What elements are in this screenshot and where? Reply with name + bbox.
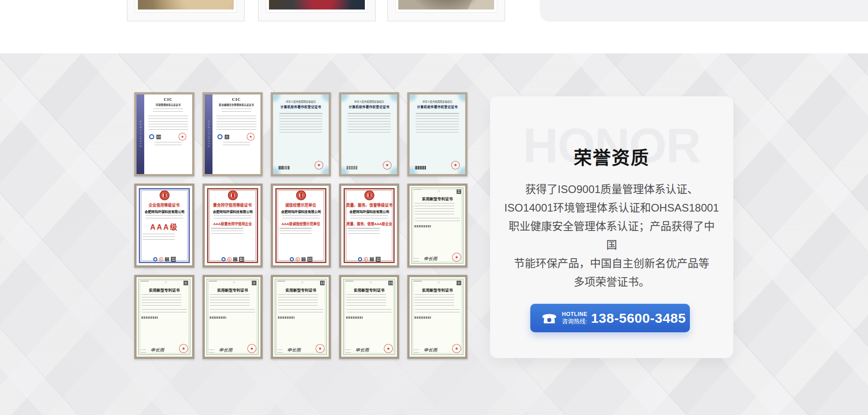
official-signature: 申长雨: [151, 346, 164, 353]
text-lines-decoration: [416, 113, 459, 135]
certificate-body: 企业信用等级证书 合肥珂玛环保科技有限公司 AAA级: [137, 186, 192, 265]
certificate-thumbnail[interactable]: 实用新型专利证书 申长雨: [134, 275, 194, 359]
barcode-icon: [346, 316, 363, 319]
text-lines-decoration: [211, 228, 243, 234]
certificate-header: [141, 281, 188, 286]
text-lines-decoration: [209, 349, 214, 353]
red-seal-icon: [452, 253, 461, 262]
gallery-card[interactable]: [258, 0, 376, 21]
description-line: ISO14001环境管理体系认证和OHSAS18001: [504, 198, 720, 217]
certificate-thumbnail[interactable]: 诚信经营示范单位 合肥珂玛环保科技有限公司 AAA级诚信经营示范单位: [271, 184, 331, 268]
barcode-icon: [278, 316, 294, 319]
red-seal-icon: [383, 161, 392, 170]
certificate-title: 计算机软件著作权登记证书: [281, 104, 321, 109]
qr-code-icon: [239, 257, 244, 262]
qr-code-icon: [184, 281, 188, 285]
certificate-paper: 实用新型专利证书 申长雨: [410, 277, 465, 357]
barcode-icon: [142, 316, 158, 319]
certificate-title: 职业健康安全管理体系认证证书: [219, 103, 254, 106]
red-seal-icon: [315, 161, 323, 170]
text-lines-decoration: [217, 116, 256, 131]
top-gallery-strip: [0, 0, 868, 53]
description-line: 多项荣誉证书。: [504, 273, 720, 291]
certificate-body: 重合同守信用等级证书 合肥珂玛环保科技有限公司 AAA级重合同守信用企业: [205, 186, 260, 265]
company-name: 合肥珂玛环保科技有限公司: [144, 209, 184, 213]
qr-code-icon: [165, 257, 169, 261]
cnipa-logo-icon: [302, 281, 304, 286]
red-seal-icon: [452, 344, 461, 353]
certificate-body: 中华人民共和国国家版权局 计算机软件著作权登记证书: [410, 94, 465, 174]
certificate-thumbnail[interactable]: 实用新型专利证书 申长雨: [203, 275, 263, 359]
company-name: 合肥珂玛环保科技有限公司: [349, 209, 389, 213]
certificate-title: 重合同守信用等级证书: [213, 202, 252, 208]
certificate-thumbnail[interactable]: 中华人民共和国国家版权局 计算机软件著作权登记证书: [339, 92, 399, 176]
cnipa-logo-icon: [370, 281, 372, 286]
text-lines-decoration: [350, 215, 388, 219]
certificate-thumbnail[interactable]: CERTIFICATE CIC 职业健康安全管理体系认证证书: [203, 92, 263, 176]
red-seal-icon: [296, 257, 300, 261]
certificate-title: 计算机软件著作权登记证书: [417, 104, 458, 109]
barcode-icon: [278, 166, 289, 170]
text-lines-decoration: [346, 294, 386, 308]
top-right-panel: [540, 0, 868, 22]
official-signature: 申长雨: [219, 346, 232, 353]
certificate-thumbnail[interactable]: 中华人民共和国国家版权局 计算机软件著作权登记证书: [407, 92, 467, 176]
text-lines-decoration: [223, 142, 250, 146]
certificate-paper: 实用新型专利证书 申长雨: [137, 277, 192, 357]
hotline-labels: HOTLINE 咨询热线:: [562, 311, 587, 325]
certificate-grid: CERTIFICATE CIC 环境管理体系认证证书: [134, 92, 467, 359]
text-lines-decoration: [279, 113, 322, 135]
certificate-body: 实用新型专利证书 申长雨: [341, 277, 397, 357]
text-lines-decoration: [277, 281, 285, 283]
certificate-header: [277, 281, 325, 286]
qr-code-icon: [457, 189, 461, 194]
barcode-icon: [415, 166, 426, 170]
red-seal-icon: [451, 161, 460, 170]
certificate-body: 实用新型专利证书 申长雨: [205, 277, 260, 357]
certificate-thumbnail[interactable]: 企业信用等级证书 合肥珂玛环保科技有限公司 AAA级: [134, 184, 194, 268]
qr-code-icon: [302, 257, 306, 261]
certificate-thumbnail[interactable]: 实用新型专利证书 申长雨: [271, 275, 331, 359]
text-lines-decoration: [347, 309, 392, 315]
red-seal-icon: [247, 133, 255, 141]
certificate-thumbnail[interactable]: 实用新型专利证书 申长雨: [407, 184, 467, 268]
text-lines-decoration: [214, 215, 251, 219]
qr-code-icon: [156, 135, 161, 139]
company-name: 合肥珂玛环保科技有限公司: [212, 209, 252, 213]
certificate-paper: 重合同守信用等级证书 合肥珂玛环保科技有限公司 AAA级重合同守信用企业: [205, 186, 260, 265]
certificate-header: [414, 281, 461, 286]
honor-section: CERTIFICATE CIC 环境管理体系认证证书: [0, 53, 868, 415]
red-seal-icon: [364, 257, 368, 261]
red-seal-icon: [384, 344, 393, 353]
certificate-paper: 实用新型专利证书 申长雨: [341, 277, 397, 357]
hotline-button[interactable]: HOTLINE 咨询热线: 138-5600-3485: [530, 304, 690, 332]
certificate-footer: [222, 257, 244, 262]
hotline-label-zh: 咨询热线:: [562, 318, 587, 325]
certificate-thumbnail[interactable]: CERTIFICATE CIC 环境管理体系认证证书: [134, 92, 194, 176]
certificate-thumbnail[interactable]: 实用新型专利证书 申长雨: [407, 275, 467, 359]
description-line: 获得了ISO9001质量管理体系认证、: [504, 180, 720, 198]
text-lines-decoration: [414, 189, 422, 191]
qr-code-icon: [388, 281, 393, 285]
cnipa-logo-icon: [233, 281, 236, 286]
text-lines-decoration: [415, 218, 460, 223]
side-band-text: CERTIFICATE: [208, 121, 210, 148]
certificate-thumbnail[interactable]: 实用新型专利证书 申长雨: [339, 275, 399, 359]
qr-code-icon: [171, 257, 176, 262]
red-emblem-icon: [364, 190, 374, 200]
gallery-card[interactable]: [127, 0, 245, 21]
text-lines-decoration: [277, 349, 283, 353]
cic-logo: CIC: [164, 97, 173, 102]
gallery-card[interactable]: [387, 0, 505, 21]
certificate-thumbnail[interactable]: 重合同守信用等级证书 合肥珂玛环保科技有限公司 AAA级重合同守信用企业: [203, 184, 263, 268]
certificate-title: 实用新型专利证书: [345, 287, 393, 292]
certificate-thumbnail[interactable]: 质量、服务、信誉等级证书 合肥珂玛环保科技有限公司 质量、服务、信誉AAA级企业: [339, 184, 399, 268]
certificate-thumbnail[interactable]: 中华人民共和国国家版权局 计算机软件著作权登记证书: [271, 92, 331, 176]
credit-mark-icon: [153, 257, 157, 261]
text-lines-decoration: [278, 309, 323, 315]
certificate-paper: CERTIFICATE CIC 环境管理体系认证证书: [137, 94, 192, 174]
certificate-footer: [215, 133, 258, 141]
certificate-title: 计算机软件著作权登记证书: [349, 104, 390, 109]
certificate-paper: 实用新型专利证书 申长雨: [273, 277, 329, 357]
text-lines-decoration: [141, 281, 149, 283]
